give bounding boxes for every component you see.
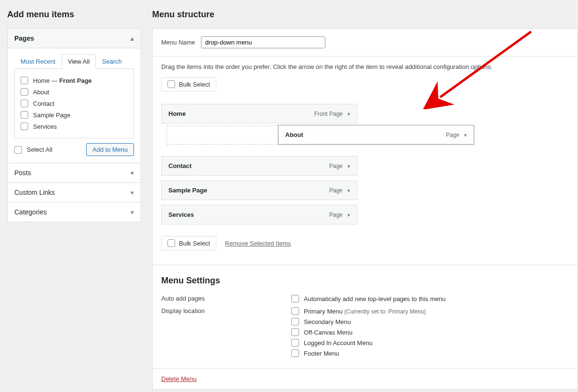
caret-down-icon [131,189,134,196]
accordion-custom-links-label: Custom Links [14,189,55,196]
menu-item-title: Services [168,211,194,218]
bulk-select-toggle-bottom[interactable]: Bulk Select [161,236,216,250]
instructions-text: Drag the items into the order you prefer… [153,56,578,73]
menu-item-contact[interactable]: Contact Page [161,156,357,176]
chevron-down-icon[interactable] [464,132,467,138]
page-label: Home — Front Page [33,77,92,84]
menu-settings-title: Menu Settings [161,276,569,286]
menu-structure-box: Menu Name Drag the items into the order … [152,28,578,390]
chevron-down-icon[interactable] [347,111,350,117]
tab-search[interactable]: Search [96,54,128,69]
accordion-pages-header[interactable]: Pages [8,29,141,48]
page-row-home[interactable]: Home — Front Page [21,75,128,86]
location-checkbox[interactable] [291,307,299,315]
tabs: Most Recent View All Search [14,54,134,69]
menu-items-area: Home Front Page Contact Page Sample Page [153,99,578,265]
bulk-select-checkbox-top[interactable] [167,80,175,88]
select-all-text: Select All [27,146,52,153]
page-label: Sample Page [33,112,70,119]
tab-view-all[interactable]: View All [62,54,96,69]
menu-item-title: About [285,131,303,138]
bulk-select-label: Bulk Select [179,240,210,247]
location-primary-menu[interactable]: Primary Menu (Currently set to: Primary … [291,307,426,315]
location-label: Footer Menu [304,350,339,357]
location-label: Off-Canvas Menu [304,329,353,336]
menu-structure-title: Menu structure [152,10,578,20]
display-location-options: Primary Menu (Currently set to: Primary … [291,307,426,357]
location-off-canvas-menu[interactable]: Off-Canvas Menu [291,328,426,336]
page-checkbox-contact[interactable] [21,100,28,107]
menu-item-sample-page[interactable]: Sample Page Page [161,180,357,200]
page-row-contact[interactable]: Contact [21,98,128,109]
auto-add-label: Auto add pages [161,295,291,302]
footer-row: Delete Menu [153,369,578,389]
menu-name-label: Menu Name [161,39,195,46]
page-checkbox-home[interactable] [21,77,28,84]
location-checkbox[interactable] [291,318,299,325]
location-label: Secondary Menu [304,318,351,325]
location-label: Primary Menu (Currently set to: Primary … [304,308,426,315]
menu-item-home[interactable]: Home Front Page [161,104,357,123]
menu-name-input[interactable] [201,36,325,48]
delete-menu-link[interactable]: Delete Menu [161,375,197,382]
menu-item-title: Sample Page [168,187,207,194]
accordion-custom-links-header[interactable]: Custom Links [8,183,141,202]
location-logged-in-account-menu[interactable]: Logged In Account Menu [291,339,426,347]
display-location-label: Display location [161,307,291,357]
location-footer-menu[interactable]: Footer Menu [291,349,426,357]
menu-name-row: Menu Name [153,29,578,56]
location-checkbox[interactable] [291,328,299,336]
caret-down-icon [131,208,134,216]
menu-item-type: Page [329,212,350,218]
menu-item-type: Page [329,187,350,194]
auto-add-checkbox[interactable] [291,295,299,302]
add-to-menu-button[interactable]: Add to Menu [86,143,134,156]
add-menu-items-title: Add menu items [7,10,141,20]
bulk-select-row-top: Bulk Select [153,73,578,99]
page-checkbox-services[interactable] [21,123,28,130]
menu-settings: Menu Settings Auto add pages Automatical… [153,265,578,369]
bulk-select-row-bottom: Bulk Select Remove Selected Items [161,236,569,250]
chevron-down-icon[interactable] [347,163,350,169]
accordion-posts-header[interactable]: Posts [8,163,141,183]
accordion-posts-label: Posts [14,169,31,177]
bulk-select-checkbox-bottom[interactable] [167,239,175,247]
chevron-down-icon[interactable] [347,187,350,194]
remove-selected-link[interactable]: Remove Selected Items [225,240,291,247]
select-all-row: Select All Add to Menu [14,143,134,156]
menu-item-type: Page [329,163,350,169]
page-row-sample-page[interactable]: Sample Page [21,109,128,121]
add-menu-items-panel: Add menu items Pages Most Recent View Al… [7,0,141,222]
page-label: Contact [33,100,55,107]
chevron-down-icon[interactable] [347,212,350,218]
page-checkbox-sample-page[interactable] [21,111,28,119]
page-label: Services [33,123,57,130]
location-checkbox[interactable] [291,339,299,347]
bulk-select-toggle-top[interactable]: Bulk Select [161,77,216,91]
menu-item-about-dragging[interactable]: About Page [278,125,474,145]
auto-add-option[interactable]: Automatically add new top-level pages to… [291,295,445,302]
page-row-services[interactable]: Services [21,121,128,132]
accordion-categories-header[interactable]: Categories [8,202,141,222]
page-checkbox-about[interactable] [21,88,28,96]
display-location-row: Display location Primary Menu (Currently… [161,305,569,359]
menu-item-title: Contact [168,162,191,169]
bulk-select-label: Bulk Select [179,81,210,88]
tab-most-recent[interactable]: Most Recent [14,54,62,69]
menu-item-title: Home [168,110,186,117]
accordion-pages-label: Pages [14,34,34,42]
location-checkbox[interactable] [291,349,299,357]
page-row-about[interactable]: About [21,86,128,98]
accordion-pages-body: Most Recent View All Search Home — Front… [8,48,141,163]
auto-add-text: Automatically add new top-level pages to… [304,295,445,302]
location-label: Logged In Account Menu [304,339,373,347]
menu-item-services[interactable]: Services Page [161,205,357,224]
location-secondary-menu[interactable]: Secondary Menu [291,318,426,325]
page-label: About [33,89,49,96]
select-all-checkbox[interactable] [14,146,22,154]
accordion-categories-label: Categories [14,208,47,216]
caret-down-icon [131,169,134,177]
select-all-label[interactable]: Select All [14,146,52,154]
accordion: Pages Most Recent View All Search Home —… [7,28,141,222]
auto-add-row: Auto add pages Automatically add new top… [161,292,569,305]
